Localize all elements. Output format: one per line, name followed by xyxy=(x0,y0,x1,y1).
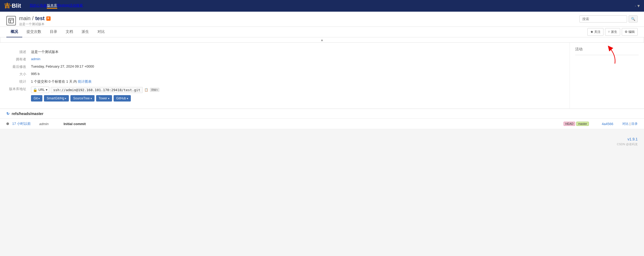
repo-info: main / test R 这是一个测试版本 xyxy=(19,15,579,27)
tower-label: Tower xyxy=(99,96,107,100)
branch-name: refs/heads/master xyxy=(12,112,43,116)
more-options-icon[interactable]: · ▾ xyxy=(635,3,640,9)
git-label: Git xyxy=(34,96,38,100)
rss-icon[interactable]: R xyxy=(46,16,51,21)
tab-actions: ★ 关注 ⑂ 派生 ⚙ 编辑 xyxy=(587,28,638,36)
tree-link[interactable]: 目录 xyxy=(631,122,638,126)
tab-fork[interactable]: 派生 xyxy=(77,27,93,37)
description-label: 描述 xyxy=(7,48,28,55)
repo-url-label: 版本库地址 xyxy=(7,86,28,103)
stats-value: 1 个提交和 0 个标签在 1 天 内 统计图表 xyxy=(29,78,563,85)
smartgit-clone-button[interactable]: SmartGit/Hg ▾ xyxy=(44,95,69,101)
nav-right: · ▾ xyxy=(635,3,640,9)
url-dropdown-icon: ▾ xyxy=(46,88,47,92)
page-footer: v1.9.1 CSDN @老码龙 xyxy=(0,129,644,149)
commit-row: 17 小时以前 admin Initial commit HEAD master… xyxy=(0,119,644,129)
repo-name: test xyxy=(35,15,45,21)
repo-tabs: 概况 提交次数 目录 文档 派生 对比 ★ 关注 ⑂ 派生 ⚙ 编辑 xyxy=(0,27,644,37)
copy-icon[interactable]: 📋 xyxy=(144,88,148,92)
git-dropdown-icon: ▾ xyxy=(38,97,40,100)
commit-dot xyxy=(6,122,9,125)
repo-url-value: 🔒 URL ▾ ssh://admin@192.168.101.170:2941… xyxy=(29,86,563,103)
tower-clone-button[interactable]: Tower ▾ xyxy=(96,95,112,101)
edit-button[interactable]: ⚙ 编辑 xyxy=(622,28,638,36)
nav-filestore[interactable]: filestore xyxy=(57,3,69,9)
tab-commits[interactable]: 提交次数 xyxy=(22,27,46,37)
commit-message: Initial commit xyxy=(64,122,560,126)
clone-buttons: Git ▾ SmartGit/Hg ▾ SourceTree ▾ xyxy=(31,95,561,101)
left-panel: 描述 这是一个测试版本 拥有者 admin 最后修改 Tuesday, Febr… xyxy=(0,43,570,108)
size-label: 大小 xyxy=(7,71,28,78)
commit-author: admin xyxy=(39,122,60,126)
description-value: 这是一个测试版本 xyxy=(29,48,563,55)
github-clone-button[interactable]: GitHub ▾ xyxy=(114,95,131,101)
last-modified-value: Tuesday, February 27, 2024 09:17 +0000 xyxy=(29,63,563,70)
master-badge: master xyxy=(576,122,589,126)
owner-row: 拥有者 admin xyxy=(7,56,563,63)
url-row: 🔒 URL ▾ ssh://admin@192.168.101.170:2941… xyxy=(31,87,561,93)
diff-link[interactable]: 对比 xyxy=(622,122,629,126)
info-table: 描述 这是一个测试版本 拥有者 admin 最后修改 Tuesday, Febr… xyxy=(6,48,563,103)
github-label: GitHub xyxy=(116,96,126,100)
collapse-arrow[interactable]: ▲ xyxy=(0,37,644,43)
svg-rect-0 xyxy=(9,18,14,23)
commit-time[interactable]: 17 小时以前 xyxy=(12,121,36,126)
github-dropdown-icon: ▾ xyxy=(127,97,128,100)
nav-activity[interactable]: 活动 xyxy=(69,3,76,9)
owner-link[interactable]: admin xyxy=(31,57,40,61)
refresh-icon: ↻ xyxy=(6,112,10,116)
sourcetree-clone-button[interactable]: SourceTree ▾ xyxy=(70,95,94,101)
commit-actions: 对比 | 目录 xyxy=(616,122,638,126)
nav-bulletin-board[interactable]: 我的公告板 xyxy=(30,3,47,9)
nav-links: 我的公告板 版本库 filestore 活动 搜索 xyxy=(30,3,83,9)
footer-credit: CSDN @老码龙 xyxy=(6,142,638,146)
repo-subtitle: 这是一个测试版本 xyxy=(19,22,579,27)
owner-label: 拥有者 xyxy=(7,56,28,63)
search-area: 🔍 xyxy=(579,15,638,26)
size-row: 大小 995 b xyxy=(7,71,563,78)
activity-divider xyxy=(575,55,639,55)
nav-repository[interactable]: 版本库 xyxy=(47,3,57,9)
size-value: 995 b xyxy=(29,71,563,78)
repo-parent: main xyxy=(19,15,30,21)
commit-badges: HEAD master xyxy=(564,122,589,126)
refs-header: ↻ refs/heads/master xyxy=(0,109,644,119)
right-panel: 活动 xyxy=(570,43,644,108)
watch-button[interactable]: ★ 关注 xyxy=(587,28,603,36)
last-modified-row: 最后修改 Tuesday, February 27, 2024 09:17 +0… xyxy=(7,63,563,70)
repo-icon xyxy=(6,16,16,25)
tab-compare[interactable]: 对比 xyxy=(93,27,109,37)
commit-hash[interactable]: 4a4566 xyxy=(592,122,613,126)
site-logo[interactable]: 吉·Blit xyxy=(4,2,21,10)
tab-docs[interactable]: 文档 xyxy=(61,27,77,37)
tower-dropdown-icon: ▾ xyxy=(108,97,109,100)
activity-title: 活动 xyxy=(575,47,639,52)
sourcetree-dropdown-icon: ▾ xyxy=(91,97,92,100)
git-clone-button[interactable]: Git ▾ xyxy=(31,95,42,101)
stats-link[interactable]: 统计图表 xyxy=(78,80,92,83)
lock-icon: 🔒 xyxy=(33,88,37,92)
url-text: ssh://admin@192.168.101.170:29418/test.g… xyxy=(51,87,143,93)
stats-row: 统计 1 个提交和 0 个标签在 1 天 内 统计图表 xyxy=(7,78,563,85)
tab-overview[interactable]: 概况 xyxy=(6,27,22,37)
up-arrow-icon: ▲ xyxy=(320,38,324,42)
url-type-selector[interactable]: 🔒 URL ▾ xyxy=(31,87,49,93)
tab-directory[interactable]: 目录 xyxy=(46,27,61,37)
last-modified-label: 最后修改 xyxy=(7,63,28,70)
stats-label: 统计 xyxy=(7,78,28,85)
description-row: 描述 这是一个测试版本 xyxy=(7,48,563,55)
repo-url-row: 版本库地址 🔒 URL ▾ ssh://admin@192.168.101.17… xyxy=(7,86,563,103)
repo-title: main / test R xyxy=(19,15,579,21)
head-badge: HEAD xyxy=(564,122,575,126)
search-input[interactable] xyxy=(579,15,627,23)
search-button[interactable]: 🔍 xyxy=(629,15,638,23)
sourcetree-label: SourceTree xyxy=(73,96,90,100)
repo-sep: / xyxy=(32,15,34,21)
repo-header: main / test R 这是一个测试版本 🔍 xyxy=(0,12,644,27)
nav-search[interactable]: 搜索 xyxy=(76,3,83,9)
fork-button[interactable]: ⑂ 派生 xyxy=(605,28,620,36)
owner-value: admin xyxy=(29,56,563,63)
refs-section: ↻ refs/heads/master 17 小时以前 admin Initia… xyxy=(0,109,644,129)
version-text: v1.9.1 xyxy=(6,137,638,141)
smartgit-dropdown-icon: ▾ xyxy=(65,97,66,100)
